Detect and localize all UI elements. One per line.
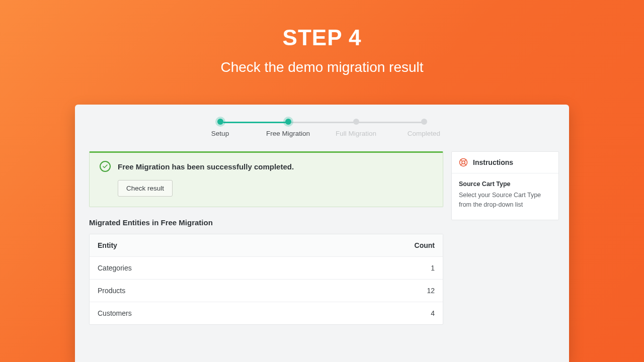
step-dot-icon [353,119,359,125]
main-panel: Setup Free Migration Full Migration Comp… [75,105,569,362]
table-row: Customers 4 [90,302,443,324]
step-label: Full Migration [322,130,390,137]
entities-table: Entity Count Categories 1 Products 12 Cu… [89,234,443,325]
progress-stepper: Setup Free Migration Full Migration Comp… [75,105,569,137]
step-connector [223,122,289,123]
success-banner: Free Migration has been successfully com… [89,151,443,207]
step-dot-icon [421,119,427,125]
instructions-body: Source Cart Type Select your Source Cart… [452,173,558,220]
table-header-row: Entity Count [90,234,443,257]
step-connector [289,122,358,123]
step-label: Free Migration [254,130,322,137]
cell-entity: Customers [98,309,132,317]
page-subtitle: Check the demo migration result [0,59,644,75]
col-header-count: Count [415,241,435,249]
cell-count: 1 [431,264,435,272]
step-dot-icon [285,119,291,125]
cell-count: 4 [431,309,435,317]
cell-entity: Products [98,287,125,295]
step-connector [358,122,426,123]
instructions-card: Instructions Source Cart Type Select you… [451,151,559,220]
lifebuoy-icon [459,158,468,167]
success-message: Free Migration has been successfully com… [118,162,294,171]
instructions-section-label: Source Cart Type [459,180,551,188]
col-header-entity: Entity [98,241,117,249]
entities-table-title: Migrated Entities in Free Migration [89,218,443,227]
step-label: Completed [390,130,458,137]
cell-count: 12 [427,287,435,295]
table-row: Products 12 [90,280,443,302]
cell-entity: Categories [98,264,132,272]
instructions-title: Instructions [473,158,513,166]
svg-point-1 [462,161,465,164]
step-dot-icon [217,119,223,125]
instructions-section-text: Select your Source Cart Type from the dr… [459,191,551,210]
table-row: Categories 1 [90,257,443,280]
step-label: Setup [186,130,254,137]
check-circle-icon [100,161,111,172]
page-step-title: STEP 4 [0,0,644,50]
check-result-button[interactable]: Check result [118,180,173,197]
instructions-header: Instructions [452,152,558,173]
